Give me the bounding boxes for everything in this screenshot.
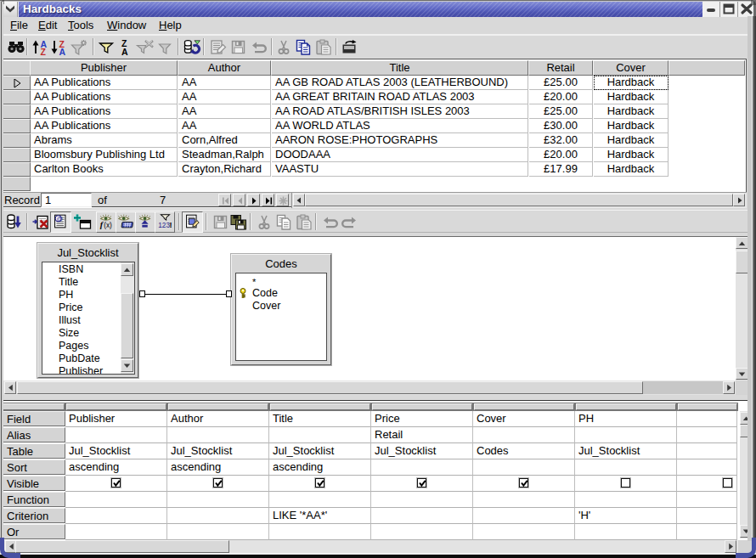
svg-text:Z: Z bbox=[41, 47, 47, 57]
svg-text:!: ! bbox=[170, 221, 172, 229]
svg-text:@: @ bbox=[56, 215, 62, 223]
svg-text:123: 123 bbox=[158, 222, 170, 229]
svg-text:(x): (x) bbox=[104, 222, 112, 229]
svg-text:A: A bbox=[59, 47, 66, 57]
svg-text:A: A bbox=[121, 47, 128, 57]
